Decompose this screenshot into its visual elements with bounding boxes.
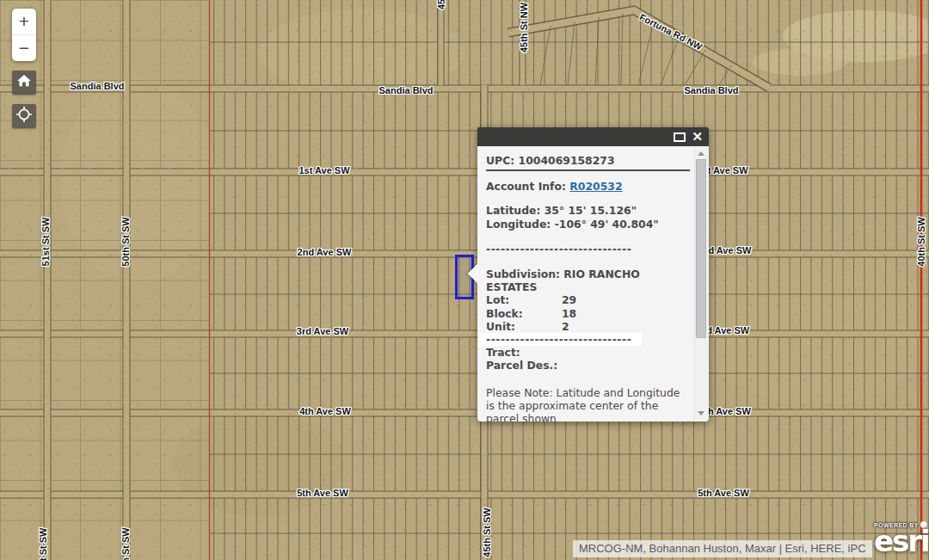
lot-value: 29 — [562, 293, 576, 306]
latitude-value: 35° 15' 15.126" — [544, 204, 637, 217]
lot-row: Lot: 29 — [486, 293, 690, 306]
parcel-info-popup: ✕ UPC: 1004069158273 Account Info: R0205… — [477, 127, 709, 422]
upc-value: 1004069158273 — [519, 154, 615, 167]
upc-label: UPC: — [486, 154, 514, 167]
popup-note: Please Note: Latitude and Longitude is t… — [486, 386, 690, 422]
maximize-icon[interactable] — [674, 132, 686, 142]
lot-label: Lot: — [486, 293, 562, 306]
tract-row: Tract: — [486, 346, 690, 359]
zoom-out-button[interactable]: − — [12, 35, 36, 61]
longitude-label: Longitude: — [486, 218, 551, 231]
locate-button[interactable] — [12, 104, 36, 128]
unit-value: 2 — [562, 320, 569, 333]
zoom-in-button[interactable]: + — [12, 9, 36, 35]
home-icon — [15, 71, 34, 94]
popup-header: ✕ — [477, 127, 709, 146]
popup-scrollbar[interactable] — [694, 147, 708, 420]
locate-icon — [14, 104, 34, 128]
longitude-value: -106° 49' 40.804" — [555, 218, 659, 231]
esri-wordmark: esri — [874, 528, 929, 554]
longitude-line: Longitude: -106° 49' 40.804" — [486, 218, 690, 231]
latitude-label: Latitude: — [486, 204, 540, 217]
map-attribution: MRCOG-NM, Bohannan Huston, Maxar | Esri,… — [573, 540, 872, 557]
parcel-des-label: Parcel Des.: — [486, 359, 562, 372]
latitude-line: Latitude: 35° 15' 15.126" — [486, 204, 690, 217]
subdivision-line: Subdivision: RIO RANCHO ESTATES — [486, 268, 690, 293]
dashed-divider-white: ------------------------------ — [479, 333, 642, 346]
subdivision-label: Subdivision: — [486, 268, 560, 280]
close-icon[interactable]: ✕ — [692, 129, 703, 145]
scroll-up-icon[interactable] — [698, 151, 704, 156]
divider-rule — [486, 169, 690, 171]
block-value: 18 — [562, 307, 576, 320]
map-canvas[interactable]: Sandia BlvdSandia BlvdSandia Blvd1st Ave… — [0, 0, 929, 560]
tract-label: Tract: — [486, 346, 562, 359]
esri-logo: POWERED BY esri — [874, 521, 929, 554]
account-line: Account Info: R020532 — [486, 180, 690, 193]
scroll-down-icon[interactable] — [698, 411, 704, 415]
account-link[interactable]: R020532 — [569, 180, 622, 193]
dashed-divider: ------------------------------ — [486, 243, 690, 255]
parcel-des-row: Parcel Des.: — [486, 359, 690, 372]
upc-line: UPC: 1004069158273 — [486, 154, 690, 167]
home-button[interactable] — [12, 71, 36, 95]
popup-content: UPC: 1004069158273 Account Info: R020532… — [477, 146, 695, 422]
unit-label: Unit: — [486, 320, 562, 333]
account-label: Account Info: — [486, 180, 566, 193]
block-label: Block: — [486, 307, 562, 320]
zoom-control: + − — [12, 9, 36, 61]
scroll-thumb[interactable] — [696, 159, 706, 338]
block-row: Block: 18 — [486, 307, 690, 320]
unit-row: Unit: 2 — [486, 320, 690, 333]
